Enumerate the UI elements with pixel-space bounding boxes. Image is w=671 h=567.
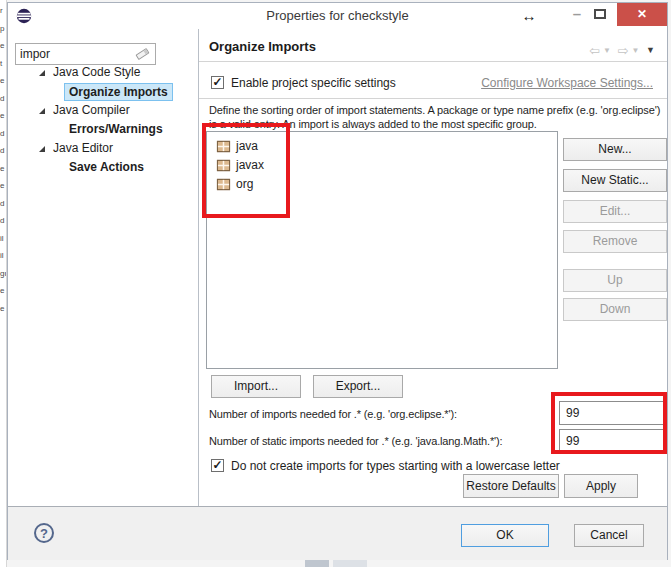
annotation-rectangle-inputs bbox=[551, 392, 667, 454]
new-button[interactable]: New... bbox=[563, 138, 667, 161]
properties-dialog: Properties for checkstyle ↔ – ✕ Java Cod… bbox=[7, 2, 668, 560]
help-icon[interactable]: ? bbox=[34, 523, 54, 543]
expanded-triangle-icon[interactable] bbox=[39, 70, 45, 76]
back-arrow-icon[interactable]: ⇦ bbox=[589, 43, 600, 58]
close-button[interactable]: ✕ bbox=[617, 3, 667, 26]
down-button[interactable]: Down bbox=[563, 298, 667, 321]
new-static-button[interactable]: New Static... bbox=[563, 169, 667, 192]
tree-item-java-editor[interactable]: Java Editor bbox=[8, 139, 196, 158]
background-window-sliver: r p e t e d e d d e e d d il il gu e e bbox=[0, 0, 7, 567]
preferences-tree: Java Code Style Organize Imports Java Co… bbox=[8, 63, 196, 177]
remove-button[interactable]: Remove bbox=[563, 230, 667, 253]
maximize-button[interactable] bbox=[594, 9, 606, 19]
screen: r p e t e d e d d e e d d il il gu e e P… bbox=[0, 0, 671, 567]
resize-button[interactable]: ↔ bbox=[518, 6, 540, 26]
dialog-footer: ? OK Cancel bbox=[8, 506, 667, 560]
ok-button[interactable]: OK bbox=[461, 524, 549, 547]
forward-arrow-icon[interactable]: ⇨ bbox=[618, 43, 629, 58]
selected-tree-label[interactable]: Organize Imports bbox=[64, 83, 173, 101]
restore-defaults-button[interactable]: Restore Defaults bbox=[463, 474, 559, 498]
configure-workspace-settings-link[interactable]: Configure Workspace Settings... bbox=[481, 76, 653, 90]
minimize-button[interactable]: – bbox=[566, 4, 588, 24]
tree-item-save-actions[interactable]: Save Actions bbox=[8, 158, 196, 177]
annotation-rectangle-groups bbox=[202, 123, 290, 218]
enable-project-settings-checkbox[interactable]: ✓ bbox=[211, 76, 224, 89]
tree-item-java-compiler[interactable]: Java Compiler bbox=[8, 101, 196, 120]
separator bbox=[199, 98, 667, 99]
background-text-fragments: r p e t e d e d d e e d d il il gu e e bbox=[0, 2, 7, 317]
background-taskbar-fragment bbox=[305, 560, 329, 567]
separator bbox=[199, 61, 667, 62]
imports-needed-label: Number of imports needed for .* (e.g. 'o… bbox=[209, 408, 457, 420]
expanded-triangle-icon[interactable] bbox=[39, 108, 45, 114]
tree-item-errors-warnings[interactable]: Errors/Warnings bbox=[8, 120, 196, 139]
apply-button[interactable]: Apply bbox=[564, 474, 638, 498]
export-button[interactable]: Export... bbox=[313, 375, 403, 398]
import-button[interactable]: Import... bbox=[211, 375, 301, 398]
expanded-triangle-icon[interactable] bbox=[39, 146, 45, 152]
title-bar[interactable]: Properties for checkstyle ↔ – ✕ bbox=[8, 3, 667, 29]
history-nav: ⇦▼ ⇨▼ ▼ bbox=[586, 43, 655, 58]
clear-filter-icon[interactable] bbox=[135, 48, 149, 60]
lowercase-label: Do not create imports for types starting… bbox=[231, 459, 560, 473]
up-button[interactable]: Up bbox=[563, 269, 667, 292]
forward-dropdown-icon[interactable]: ▼ bbox=[632, 46, 640, 55]
filter-box bbox=[15, 43, 156, 65]
lowercase-checkbox[interactable]: ✓ bbox=[211, 459, 224, 472]
static-imports-needed-label: Number of static imports needed for .* (… bbox=[209, 435, 502, 447]
pane-divider bbox=[198, 29, 199, 506]
filter-input[interactable] bbox=[20, 45, 135, 63]
cancel-button[interactable]: Cancel bbox=[574, 524, 644, 547]
tree-item-organize-imports[interactable]: Organize Imports bbox=[8, 82, 196, 101]
tree-item-java-code-style[interactable]: Java Code Style bbox=[8, 63, 196, 82]
page-title: Organize Imports bbox=[209, 39, 316, 54]
background-taskbar-fragment bbox=[333, 559, 367, 567]
view-menu-icon[interactable]: ▼ bbox=[646, 45, 655, 55]
back-dropdown-icon[interactable]: ▼ bbox=[603, 46, 611, 55]
edit-button[interactable]: Edit... bbox=[563, 200, 667, 223]
enable-project-settings-label: Enable project specific settings bbox=[231, 76, 396, 90]
